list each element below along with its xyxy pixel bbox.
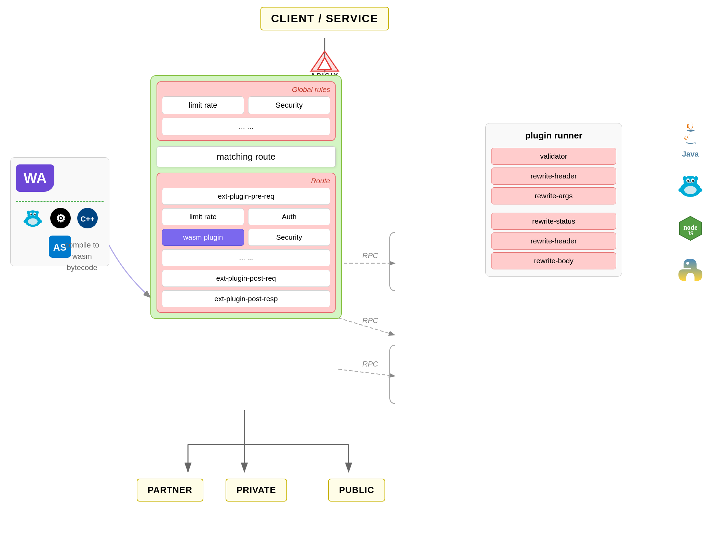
global-limit-rate-plugin: limit rate [162, 96, 244, 114]
svg-point-43 [24, 220, 28, 223]
rewrite-body-plugin: rewrite-body [491, 252, 616, 269]
rewrite-args-plugin: rewrite-args [491, 187, 616, 204]
route-limit-rate-plugin: limit rate [162, 208, 244, 225]
svg-point-26 [695, 176, 698, 181]
svg-line-10 [338, 318, 395, 335]
svg-text:AS: AS [53, 242, 66, 253]
private-box: PRIVATE [226, 479, 287, 502]
java-icon: Java [678, 120, 702, 159]
svg-text:RPC: RPC [362, 360, 378, 368]
green-dashed-divider [16, 201, 104, 202]
global-rules-label: Global rules [162, 85, 330, 94]
java-label: Java [678, 150, 702, 159]
go-icon [675, 172, 706, 201]
route-auth-plugin: Auth [248, 208, 330, 225]
wasm-plugin: wasm plugin [162, 229, 244, 246]
svg-point-41 [27, 211, 30, 214]
rewrite-header-plugin-2: rewrite-header [491, 232, 616, 250]
runner-group-2: rewrite-status rewrite-header rewrite-bo… [491, 213, 616, 269]
svg-point-45 [28, 218, 38, 225]
right-lang-icons: Java [663, 120, 718, 286]
nodejs-icon: node JS [677, 215, 704, 243]
svg-point-34 [692, 277, 695, 280]
public-box: PUBLIC [328, 479, 385, 502]
wa-logo: WA [16, 164, 54, 192]
global-security-plugin: Security [248, 96, 330, 114]
rust-icon: ⚙ [50, 207, 72, 231]
svg-text:node: node [683, 224, 697, 231]
main-green-box: Global rules limit rate Security ... ...… [150, 75, 342, 319]
runner-group-1: validator rewrite-header rewrite-args [491, 148, 616, 204]
python-icon [677, 257, 704, 286]
route-ellipsis: ... ... [162, 249, 330, 266]
ext-plugin-pre-req: ext-plugin-pre-req [162, 188, 330, 205]
svg-point-40 [34, 214, 36, 215]
global-ellipsis: ... ... [162, 118, 330, 135]
ext-plugin-post-req: ext-plugin-post-req [162, 270, 330, 287]
svg-point-22 [687, 180, 689, 182]
svg-text:RPC: RPC [362, 316, 378, 325]
svg-line-12 [338, 369, 395, 376]
route-box: Route ext-plugin-pre-req limit rate Auth… [157, 173, 336, 313]
svg-point-24 [689, 182, 691, 183]
svg-point-25 [683, 176, 686, 181]
route-label: Route [162, 177, 330, 185]
rewrite-header-plugin-1: rewrite-header [491, 168, 616, 185]
svg-point-33 [686, 262, 689, 265]
svg-point-28 [697, 188, 702, 192]
cpp-icon: C++ [77, 207, 99, 231]
go-small-icon [21, 207, 45, 231]
plugin-runner-title: plugin runner [491, 130, 616, 141]
diagram-container: RPC RPC RPC CLIENT / SERVICE APISIX [0, 0, 728, 560]
svg-point-44 [38, 220, 42, 223]
connections-svg: RPC RPC RPC [0, 0, 728, 560]
client-service-box: CLIENT / SERVICE [260, 7, 389, 30]
rewrite-status-plugin: rewrite-status [491, 213, 616, 230]
svg-text:C++: C++ [80, 215, 95, 223]
svg-point-42 [36, 211, 39, 214]
compile-text: compile towasmbytecode [65, 239, 99, 273]
ext-plugin-post-resp: ext-plugin-post-resp [162, 290, 330, 307]
validator-plugin: validator [491, 148, 616, 165]
plugin-runner-box: plugin runner validator rewrite-header r… [485, 123, 622, 277]
svg-text:JS: JS [688, 230, 693, 236]
global-rules-box: Global rules limit rate Security ... ... [157, 81, 336, 141]
svg-point-27 [678, 188, 684, 192]
svg-text:⚙: ⚙ [56, 212, 66, 225]
route-security-plugin: Security [248, 229, 330, 246]
svg-point-29 [684, 186, 697, 194]
partner-box: PARTNER [137, 479, 203, 502]
svg-point-23 [692, 180, 694, 182]
svg-point-39 [30, 214, 32, 215]
matching-route-box: matching route [157, 146, 336, 167]
svg-text:RPC: RPC [362, 251, 378, 260]
